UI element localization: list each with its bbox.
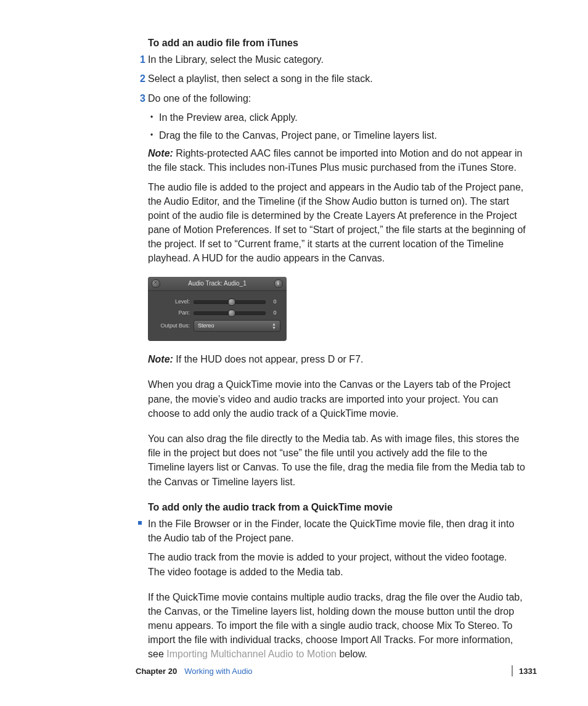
step-locate-quicktime: In the File Browser or in the Finder, lo… [148, 517, 526, 545]
substep-drag: Drag the file to the Canvas, Project pan… [159, 128, 526, 142]
note-label-1: Note: [148, 148, 173, 158]
hud-title: Audio Track: Audio_1 [160, 279, 274, 289]
document-page: To add an audio file from iTunes 1 In th… [0, 0, 588, 706]
heading-add-audio-quicktime: To add only the audio track from a Quick… [148, 500, 526, 514]
chevron-updown-icon: ▲▼ [272, 322, 276, 330]
step-2-text: Select a playlist, then select a song in… [148, 73, 373, 84]
paragraph-multichannel-part-b: below. [337, 649, 367, 659]
step-1-text: In the Library, select the Music categor… [148, 54, 324, 65]
substep-apply: In the Preview area, click Apply. [159, 110, 526, 125]
step-number-3: 3 [137, 91, 145, 105]
pan-slider-thumb[interactable] [228, 310, 235, 317]
paragraph-audio-added: The audio file is added to the project a… [148, 180, 526, 266]
hud-row-pan: Pan: 0 [154, 309, 280, 317]
level-slider[interactable] [194, 300, 266, 304]
footer-chapter: Chapter 20 [136, 667, 177, 676]
pan-slider[interactable] [194, 311, 266, 315]
step-2: 2 Select a playlist, then select a song … [148, 72, 526, 86]
info-icon[interactable] [274, 279, 283, 288]
step-number-1: 1 [137, 52, 145, 67]
note-label-2: Note: [148, 354, 173, 364]
step-number-2: 2 [137, 72, 145, 86]
level-slider-thumb[interactable] [228, 298, 235, 306]
hud-pan-label: Pan: [154, 309, 190, 317]
footer-title: Working with Audio [184, 667, 252, 676]
hud-body: Level: 0 Pan: 0 Output Bus: Ste [148, 291, 287, 341]
step-1: 1 In the Library, select the Music categ… [148, 52, 526, 67]
page-footer: Chapter 20 Working with Audio 1331 [136, 665, 537, 676]
step-3-text: Do one of the following: [148, 93, 251, 104]
footer-left: Chapter 20 Working with Audio [136, 667, 253, 676]
step-3: 3 Do one of the following: [148, 91, 526, 105]
audio-hud: Audio Track: Audio_1 Level: 0 Pan: 0 [148, 277, 287, 342]
close-icon[interactable] [152, 279, 160, 288]
output-bus-value: Stereo [198, 322, 214, 330]
hud-level-label: Level: [154, 298, 190, 306]
hud-row-level: Level: 0 [154, 298, 280, 306]
paragraph-quicktime-drag: When you drag a QuickTime movie into the… [148, 377, 526, 421]
main-content: To add an audio file from iTunes 1 In th… [148, 36, 526, 662]
note-body-1: Rights-protected AAC files cannot be imp… [148, 148, 522, 173]
heading-add-audio-itunes: To add an audio file from iTunes [148, 36, 526, 50]
hud-output-label: Output Bus: [154, 322, 190, 330]
hud-level-value: 0 [269, 298, 280, 306]
paragraph-media-tab: You can also drag the file directly to t… [148, 432, 526, 489]
link-importing-multichannel[interactable]: Importing Multichannel Audio to Motion [166, 649, 337, 659]
note-body-2: If the HUD does not appear, press D or F… [173, 354, 364, 364]
paragraph-multichannel: If the QuickTime movie contains multiple… [148, 590, 526, 662]
footer-right: 1331 [505, 665, 537, 676]
footer-page-number: 1331 [519, 667, 537, 676]
output-bus-select[interactable]: Stereo ▲▼ [194, 320, 280, 332]
paragraph-track-added: The audio track from the movie is added … [148, 550, 526, 578]
note-hud-shortcut: Note: If the HUD does not appear, press … [148, 352, 526, 366]
hud-row-output: Output Bus: Stereo ▲▼ [154, 320, 280, 332]
note-rights-protected: Note: Rights-protected AAC files cannot … [148, 146, 526, 174]
hud-header: Audio Track: Audio_1 [148, 277, 287, 292]
footer-divider [512, 665, 513, 676]
hud-pan-value: 0 [269, 309, 280, 317]
